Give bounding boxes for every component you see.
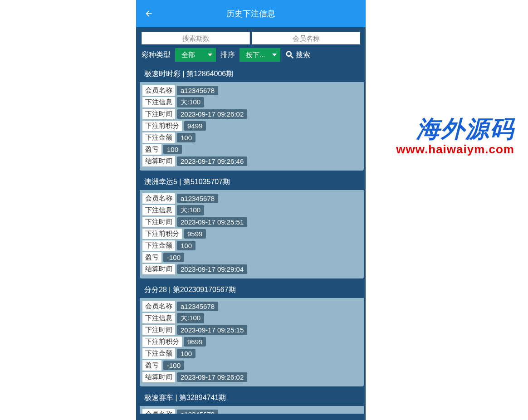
info-value: 2023-09-17 09:26:02: [177, 109, 247, 119]
sort-dropdown[interactable]: 按下...: [240, 48, 280, 62]
info-label: 下注信息: [142, 313, 175, 323]
info-row-bet-amount: 下注金额100: [142, 132, 361, 143]
info-label: 盈亏: [142, 360, 161, 371]
info-label: 下注金额: [142, 132, 175, 143]
info-value: 大:100: [177, 313, 204, 323]
filter-bar: 彩种类型 全部 排序 按下... 搜索: [136, 27, 366, 64]
info-value: 100: [163, 145, 182, 154]
info-value: 大:100: [177, 205, 204, 215]
info-value: 大:100: [177, 97, 204, 107]
info-label: 盈亏: [142, 144, 161, 155]
info-value: 2023-09-17 09:25:15: [177, 325, 247, 335]
info-row-bet-info: 下注信息大:100: [142, 205, 361, 215]
info-label: 盈亏: [142, 252, 161, 263]
info-label: 下注金额: [142, 348, 175, 359]
card-header: 澳洲幸运5 | 第51035707期: [140, 174, 364, 190]
info-row-bet-amount: 下注金额100: [142, 348, 361, 359]
info-label: 会员名称: [142, 85, 175, 96]
info-value: a12345678: [177, 302, 218, 311]
watermark-text-url: www.haiwaiym.com: [396, 142, 514, 156]
control-row: 彩种类型 全部 排序 按下... 搜索: [142, 48, 360, 62]
header-bar: 历史下注信息: [136, 0, 366, 27]
info-row-bet-time: 下注时间2023-09-17 09:25:51: [142, 217, 361, 227]
records-scroll-area[interactable]: 极速时时彩 | 第12864006期会员名称a12345678下注信息大:100…: [136, 64, 366, 414]
card-body: 会员名称a12345678下注信息大:100下注时间2023-09-17 09:…: [140, 406, 364, 414]
info-value: 2023-09-17 09:29:04: [177, 264, 247, 274]
input-row: [142, 32, 360, 44]
info-row-member: 会员名称a12345678: [142, 193, 361, 204]
info-row-settle-time: 结算时间2023-09-17 09:26:02: [142, 372, 361, 382]
info-label: 会员名称: [142, 193, 175, 204]
info-row-bet-info: 下注信息大:100: [142, 97, 361, 107]
info-value: 9699: [184, 337, 206, 347]
info-row-pre-points: 下注前积分9699: [142, 337, 361, 347]
info-value: 2023-09-17 09:26:46: [177, 156, 247, 166]
info-label: 结算时间: [142, 264, 175, 274]
watermark-text-cn: 海外源码: [396, 113, 514, 145]
card-header: 极速时时彩 | 第12864006期: [140, 66, 364, 82]
info-value: a12345678: [177, 194, 218, 203]
info-value: 100: [177, 349, 196, 358]
card-header: 分分28 | 第202309170567期: [140, 282, 364, 298]
info-row-bet-time: 下注时间2023-09-17 09:25:15: [142, 325, 361, 335]
search-button-label: 搜索: [296, 50, 310, 60]
member-search-input[interactable]: [252, 32, 360, 44]
info-value: 2023-09-17 09:25:51: [177, 217, 247, 227]
search-button[interactable]: 搜索: [285, 50, 310, 60]
info-label: 下注信息: [142, 97, 175, 107]
bet-record-card: 极速赛车 | 第32894741期会员名称a12345678下注信息大:100下…: [140, 390, 364, 414]
info-row-member: 会员名称a12345678: [142, 301, 361, 312]
caret-down-icon: [208, 54, 212, 56]
info-row-settle-time: 结算时间2023-09-17 09:26:46: [142, 156, 361, 166]
lottery-type-dropdown[interactable]: 全部: [175, 48, 216, 62]
info-label: 下注信息: [142, 205, 175, 215]
bet-record-card: 极速时时彩 | 第12864006期会员名称a12345678下注信息大:100…: [140, 66, 364, 171]
info-label: 下注前积分: [142, 229, 182, 239]
bet-record-card: 澳洲幸运5 | 第51035707期会员名称a12345678下注信息大:100…: [140, 174, 364, 278]
card-body: 会员名称a12345678下注信息大:100下注时间2023-09-17 09:…: [140, 298, 364, 386]
info-row-member: 会员名称a12345678: [142, 85, 361, 96]
info-row-bet-time: 下注时间2023-09-17 09:26:02: [142, 109, 361, 119]
info-label: 下注时间: [142, 109, 175, 119]
info-label: 下注前积分: [142, 121, 182, 131]
info-row-pre-points: 下注前积分9599: [142, 229, 361, 239]
info-row-bet-amount: 下注金额100: [142, 240, 361, 251]
info-row-bet-info: 下注信息大:100: [142, 313, 361, 323]
info-label: 下注时间: [142, 217, 175, 227]
bet-record-card: 分分28 | 第202309170567期会员名称a12345678下注信息大:…: [140, 282, 364, 386]
info-label: 结算时间: [142, 372, 175, 382]
info-label: 下注时间: [142, 325, 175, 335]
lottery-type-value: 全部: [181, 51, 195, 59]
arrow-left-icon: [144, 9, 153, 18]
info-value: a12345678: [177, 86, 218, 95]
caret-down-icon: [272, 54, 277, 56]
card-header: 极速赛车 | 第32894741期: [140, 390, 364, 406]
info-value: -100: [163, 253, 184, 262]
sort-value: 按下...: [246, 51, 265, 59]
period-search-input[interactable]: [142, 32, 250, 44]
search-icon: [285, 50, 295, 60]
sort-label: 排序: [220, 50, 235, 60]
card-body: 会员名称a12345678下注信息大:100下注时间2023-09-17 09:…: [140, 82, 364, 171]
info-value: 2023-09-17 09:26:02: [177, 372, 247, 382]
info-row-settle-time: 结算时间2023-09-17 09:29:04: [142, 264, 361, 274]
page-title: 历史下注信息: [136, 8, 366, 19]
info-row-profit: 盈亏-100: [142, 252, 361, 263]
info-row-profit: 盈亏-100: [142, 360, 361, 371]
app-frame: 历史下注信息 彩种类型 全部 排序 按下... 搜索 极速时时彩 | 第1286…: [136, 0, 366, 420]
info-value: 9499: [184, 121, 206, 131]
back-button[interactable]: [140, 5, 158, 23]
card-body: 会员名称a12345678下注信息大:100下注时间2023-09-17 09:…: [140, 190, 364, 278]
watermark: 海外源码 www.haiwaiym.com: [396, 113, 514, 156]
info-row-pre-points: 下注前积分9499: [142, 121, 361, 131]
info-label: 结算时间: [142, 156, 175, 166]
info-value: a12345678: [177, 410, 218, 414]
info-value: 100: [177, 133, 196, 142]
info-row-member: 会员名称a12345678: [142, 409, 361, 414]
lottery-type-label: 彩种类型: [142, 50, 171, 60]
info-value: -100: [163, 361, 184, 370]
info-label: 下注前积分: [142, 337, 182, 347]
info-label: 下注金额: [142, 240, 175, 251]
info-value: 9599: [184, 229, 206, 239]
info-value: 100: [177, 241, 196, 250]
